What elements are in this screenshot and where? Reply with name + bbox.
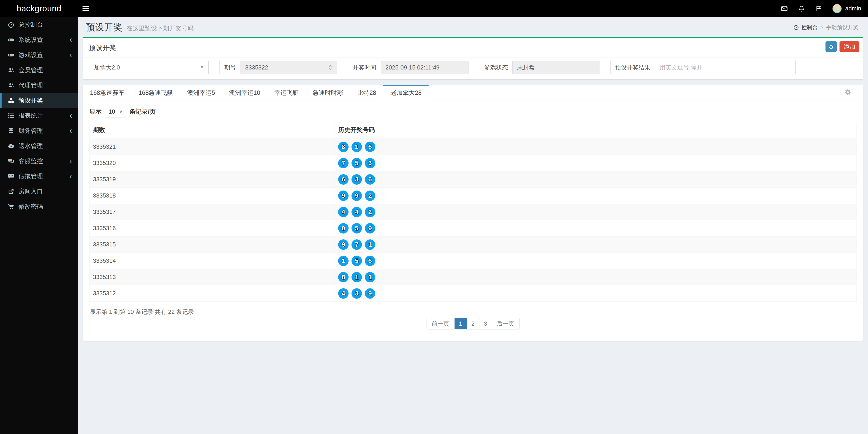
- lottery-ball: 1: [338, 256, 348, 266]
- column-header-history: 历史开奖号码: [335, 122, 857, 139]
- issue-value: 3335322: [241, 61, 337, 74]
- sidebar-item-fake-drag[interactable]: 假拖管理 ‹: [0, 169, 78, 184]
- sidebar-item-preset-draw[interactable]: 预设开奖: [0, 93, 78, 108]
- sidebar-item-service-monitor[interactable]: 客服监控 ‹: [0, 153, 78, 169]
- cloud-download-icon: [8, 143, 19, 149]
- sidebar-item-report-stats[interactable]: 报表统计 ‹: [0, 108, 78, 123]
- list-icon: [8, 112, 19, 119]
- filters-row: 加拿大2.0 ▼ 期号 3335322 开奖时间 2025-09-15 02:1…: [83, 58, 863, 80]
- lottery-ball: 3: [351, 174, 362, 185]
- lottery-ball: 9: [351, 191, 362, 201]
- panel-tools: 添加: [826, 41, 860, 52]
- tab[interactable]: 168急速赛车: [83, 85, 131, 100]
- table-row: 3335313 811: [90, 269, 857, 285]
- lottery-ball: 9: [338, 239, 348, 250]
- lottery-ball: 6: [365, 174, 375, 185]
- comment-dots-icon: [8, 173, 19, 180]
- page-size-row: 显示 10 ∨ 条记录/页: [89, 106, 857, 117]
- tab[interactable]: 比特28: [350, 85, 383, 100]
- page-subtitle: 在这里预设下期开奖号码: [126, 25, 193, 32]
- sidebar: 总控制台 系统设置 ‹ 游戏设置 ‹ 会员管理: [0, 17, 78, 434]
- lottery-ball: 4: [351, 207, 362, 217]
- lottery-ball: 4: [338, 288, 348, 299]
- pagination-next[interactable]: 后一页: [492, 318, 520, 329]
- sidebar-item-dashboard[interactable]: 总控制台: [0, 17, 78, 32]
- tab[interactable]: 幸运飞艇: [267, 85, 306, 100]
- sidebar-menu: 总控制台 系统设置 ‹ 游戏设置 ‹ 会员管理: [0, 17, 78, 214]
- gear-icon[interactable]: [844, 85, 852, 99]
- lottery-ball: 5: [351, 158, 362, 168]
- pagination-prev[interactable]: 前一页: [427, 318, 455, 329]
- mail-icon[interactable]: [781, 5, 788, 12]
- user-menu[interactable]: admin: [833, 4, 861, 13]
- number-stepper[interactable]: [329, 65, 332, 70]
- refresh-button[interactable]: [826, 41, 837, 52]
- pagination-page[interactable]: 1: [455, 318, 467, 329]
- column-header-issue: 期数: [90, 122, 335, 139]
- tab[interactable]: 澳洲幸运5: [180, 85, 222, 100]
- lottery-ball: 8: [338, 272, 348, 282]
- sidebar-item-agent-management[interactable]: 代理管理: [0, 78, 78, 93]
- tab[interactable]: 澳洲幸运10: [222, 85, 267, 100]
- table-row: 3335320 753: [90, 155, 857, 171]
- lottery-ball: 3: [351, 288, 362, 299]
- chevron-left-icon: ‹: [69, 127, 72, 135]
- sidebar-item-change-password[interactable]: 修改密码: [0, 199, 78, 214]
- table-row: 3335318 992: [90, 187, 857, 204]
- sidebar-item-system-settings[interactable]: 系统设置 ‹: [0, 32, 78, 47]
- page-size-prefix: 显示: [89, 108, 101, 116]
- breadcrumb: 控制台 > 手动预设开奖: [793, 24, 859, 31]
- lottery-ball: 6: [365, 142, 375, 152]
- table-row: 3335319 636: [90, 171, 857, 187]
- table-header-row: 期数 历史开奖号码: [90, 122, 857, 139]
- lottery-ball: 9: [338, 191, 348, 201]
- history-table: 期数 历史开奖号码 3335321 816 3335320 753: [89, 122, 857, 301]
- bell-icon[interactable]: [798, 5, 805, 12]
- add-button[interactable]: 添加: [839, 41, 860, 52]
- sidebar-item-game-settings[interactable]: 游戏设置 ‹: [0, 47, 78, 62]
- sidebar-item-member-management[interactable]: 会员管理: [0, 62, 78, 78]
- tab[interactable]: 急速时时彩: [306, 85, 350, 100]
- draw-time-field: 开奖时间 2025-09-15 02:11:49: [348, 61, 469, 74]
- lottery-ball: 7: [338, 158, 348, 168]
- top-navbar: background admin: [0, 0, 868, 17]
- game-status-label: 游戏状态: [480, 61, 513, 74]
- panel-title: 预设开奖: [89, 44, 116, 51]
- table-row: 3335312 439: [90, 285, 857, 301]
- chevron-down-icon: ∨: [119, 109, 123, 114]
- chevron-down-icon: ▼: [200, 65, 204, 70]
- page-size-suffix: 条记录/页: [129, 108, 156, 116]
- tab[interactable]: 168急速飞艇: [131, 85, 180, 100]
- preset-result-input[interactable]: [655, 61, 796, 74]
- draw-time-label: 开奖时间: [348, 61, 381, 74]
- lottery-ball: 9: [365, 223, 375, 233]
- records-summary: 显示第 1 到第 10 条记录 共有 22 条记录: [90, 308, 856, 316]
- page-size-select[interactable]: 10 ∨: [105, 106, 126, 117]
- lottery-ball: 6: [338, 174, 348, 185]
- chevron-left-icon: ‹: [69, 157, 72, 165]
- sidebar-item-room-entrance[interactable]: 房间入口: [0, 184, 78, 199]
- pagination-page[interactable]: 3: [479, 318, 492, 329]
- game-select[interactable]: 加拿大2.0 ▼: [89, 61, 209, 74]
- flag-icon[interactable]: [815, 5, 822, 12]
- app-logo: background: [0, 0, 78, 17]
- gamepad-icon: [8, 36, 19, 43]
- tab[interactable]: 老加拿大28: [383, 85, 429, 100]
- cart-icon: [8, 203, 19, 210]
- cubes-icon: [8, 97, 19, 104]
- lottery-ball: 8: [338, 142, 348, 152]
- game-status-value: 未封盘: [513, 61, 599, 74]
- preset-draw-panel: 预设开奖 添加 加拿大2.0 ▼ 期号 3335322: [83, 37, 863, 80]
- lottery-ball: 1: [365, 239, 375, 250]
- chevron-left-icon: ‹: [69, 36, 72, 44]
- gamepad-icon: [8, 52, 19, 58]
- sidebar-toggle-button[interactable]: [78, 0, 94, 17]
- lottery-ball: 7: [351, 239, 362, 250]
- sidebar-item-rebate[interactable]: 返水管理: [0, 138, 78, 153]
- breadcrumb-home[interactable]: 控制台: [801, 24, 817, 31]
- lottery-ball: 2: [365, 191, 375, 201]
- pagination-page[interactable]: 2: [467, 318, 479, 329]
- sidebar-item-finance[interactable]: 财务管理 ‹: [0, 123, 78, 138]
- table-row: 3335314 156: [90, 253, 857, 269]
- table-row: 3335315 971: [90, 236, 857, 253]
